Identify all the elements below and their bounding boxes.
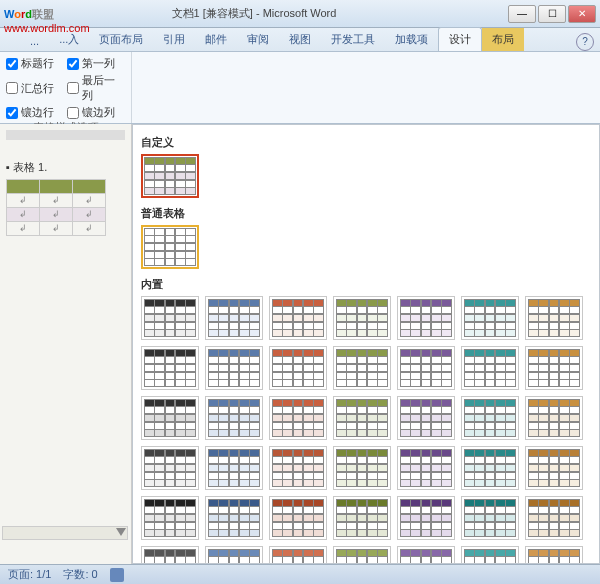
status-page[interactable]: 页面: 1/1 bbox=[8, 567, 51, 582]
close-button[interactable]: ✕ bbox=[568, 5, 596, 23]
style-custom-1[interactable] bbox=[141, 154, 199, 198]
style-builtin-16[interactable] bbox=[269, 396, 327, 440]
maximize-button[interactable]: ☐ bbox=[538, 5, 566, 23]
tab-review[interactable]: 审阅 bbox=[237, 28, 279, 51]
chk-header-row[interactable]: 标题行 bbox=[6, 56, 65, 71]
style-builtin-32[interactable] bbox=[397, 496, 455, 540]
style-builtin-28[interactable] bbox=[141, 496, 199, 540]
minimize-button[interactable]: — bbox=[508, 5, 536, 23]
ribbon-body: 标题行 第一列 汇总行 最后一列 镶边行 镶边列 表格样式选项 bbox=[0, 52, 600, 124]
chk-last-col[interactable]: 最后一列 bbox=[67, 73, 126, 103]
chk-banded-row[interactable]: 镶边行 bbox=[6, 105, 65, 120]
style-builtin-6[interactable] bbox=[525, 296, 583, 340]
status-lang-icon[interactable] bbox=[110, 568, 124, 582]
status-words[interactable]: 字数: 0 bbox=[63, 567, 97, 582]
section-builtin: 内置 bbox=[141, 277, 591, 292]
style-builtin-5[interactable] bbox=[461, 296, 519, 340]
chk-banded-col[interactable]: 镶边列 bbox=[67, 105, 126, 120]
style-builtin-14[interactable] bbox=[141, 396, 199, 440]
style-builtin-36[interactable] bbox=[205, 546, 263, 564]
style-builtin-31[interactable] bbox=[333, 496, 391, 540]
window-title: 文档1 [兼容模式] - Microsoft Word bbox=[0, 6, 508, 21]
tab-mailings[interactable]: 邮件 bbox=[195, 28, 237, 51]
chk-first-col[interactable]: 第一列 bbox=[67, 56, 126, 71]
style-builtin-26[interactable] bbox=[461, 446, 519, 490]
style-builtin-3[interactable] bbox=[333, 296, 391, 340]
style-builtin-35[interactable] bbox=[141, 546, 199, 564]
tab-references[interactable]: 引用 bbox=[153, 28, 195, 51]
watermark-logo: Word联盟 bbox=[4, 2, 54, 23]
tab-view[interactable]: 视图 bbox=[279, 28, 321, 51]
style-builtin-23[interactable] bbox=[269, 446, 327, 490]
style-plain-1[interactable] bbox=[141, 225, 199, 269]
title-bar: Word联盟 www.wordlm.com 文档1 [兼容模式] - Micro… bbox=[0, 0, 600, 28]
style-builtin-7[interactable] bbox=[141, 346, 199, 390]
style-builtin-20[interactable] bbox=[525, 396, 583, 440]
style-builtin-41[interactable] bbox=[525, 546, 583, 564]
table-styles-gallery: 自定义 普通表格 内置 修改表格样式(M)... 清除(C) 新建表格样式(N)… bbox=[132, 124, 600, 564]
tab-design[interactable]: 设计 bbox=[438, 27, 482, 51]
style-builtin-19[interactable] bbox=[461, 396, 519, 440]
help-icon[interactable]: ? bbox=[576, 33, 594, 51]
style-builtin-2[interactable] bbox=[269, 296, 327, 340]
tab-developer[interactable]: 开发工具 bbox=[321, 28, 385, 51]
style-builtin-18[interactable] bbox=[397, 396, 455, 440]
nav-item-table[interactable]: ▪ 表格 1. bbox=[6, 158, 125, 177]
tab-pagelayout[interactable]: 页面布局 bbox=[89, 28, 153, 51]
style-builtin-38[interactable] bbox=[333, 546, 391, 564]
style-builtin-37[interactable] bbox=[269, 546, 327, 564]
style-builtin-4[interactable] bbox=[397, 296, 455, 340]
style-builtin-15[interactable] bbox=[205, 396, 263, 440]
style-builtin-8[interactable] bbox=[205, 346, 263, 390]
tab-file[interactable]: ... bbox=[20, 31, 49, 51]
section-plain: 普通表格 bbox=[141, 206, 591, 221]
style-builtin-1[interactable] bbox=[205, 296, 263, 340]
style-builtin-21[interactable] bbox=[141, 446, 199, 490]
style-builtin-17[interactable] bbox=[333, 396, 391, 440]
style-builtin-30[interactable] bbox=[269, 496, 327, 540]
style-builtin-22[interactable] bbox=[205, 446, 263, 490]
style-builtin-39[interactable] bbox=[397, 546, 455, 564]
window-buttons: — ☐ ✕ bbox=[508, 5, 596, 23]
tab-layout[interactable]: 布局 bbox=[482, 28, 524, 51]
style-builtin-24[interactable] bbox=[333, 446, 391, 490]
nav-table-preview: ↲↲↲ ↲↲↲ ↲↲↲ bbox=[6, 179, 106, 235]
style-builtin-33[interactable] bbox=[461, 496, 519, 540]
style-builtin-11[interactable] bbox=[397, 346, 455, 390]
style-builtin-29[interactable] bbox=[205, 496, 263, 540]
style-builtin-9[interactable] bbox=[269, 346, 327, 390]
table-style-options-group: 标题行 第一列 汇总行 最后一列 镶边行 镶边列 表格样式选项 bbox=[0, 52, 132, 123]
watermark-url: www.wordlm.com bbox=[4, 22, 90, 34]
style-builtin-27[interactable] bbox=[525, 446, 583, 490]
tab-addins[interactable]: 加载项 bbox=[385, 28, 438, 51]
style-builtin-34[interactable] bbox=[525, 496, 583, 540]
style-builtin-0[interactable] bbox=[141, 296, 199, 340]
ribbon-tabs: ... ...入 页面布局 引用 邮件 审阅 视图 开发工具 加载项 设计 布局… bbox=[0, 28, 600, 52]
horizontal-scrollbar[interactable] bbox=[2, 526, 128, 540]
section-custom: 自定义 bbox=[141, 135, 591, 150]
navigation-pane: ▪ 表格 1. ↲↲↲ ↲↲↲ ↲↲↲ bbox=[0, 124, 132, 564]
status-bar: 页面: 1/1 字数: 0 bbox=[0, 564, 600, 584]
chk-total-row[interactable]: 汇总行 bbox=[6, 73, 65, 103]
style-builtin-40[interactable] bbox=[461, 546, 519, 564]
style-builtin-10[interactable] bbox=[333, 346, 391, 390]
style-builtin-25[interactable] bbox=[397, 446, 455, 490]
style-builtin-13[interactable] bbox=[525, 346, 583, 390]
nav-header bbox=[6, 130, 125, 140]
style-builtin-12[interactable] bbox=[461, 346, 519, 390]
content-area: ▪ 表格 1. ↲↲↲ ↲↲↲ ↲↲↲ 自定义 普通表格 内置 修改表格样式(M… bbox=[0, 124, 600, 564]
